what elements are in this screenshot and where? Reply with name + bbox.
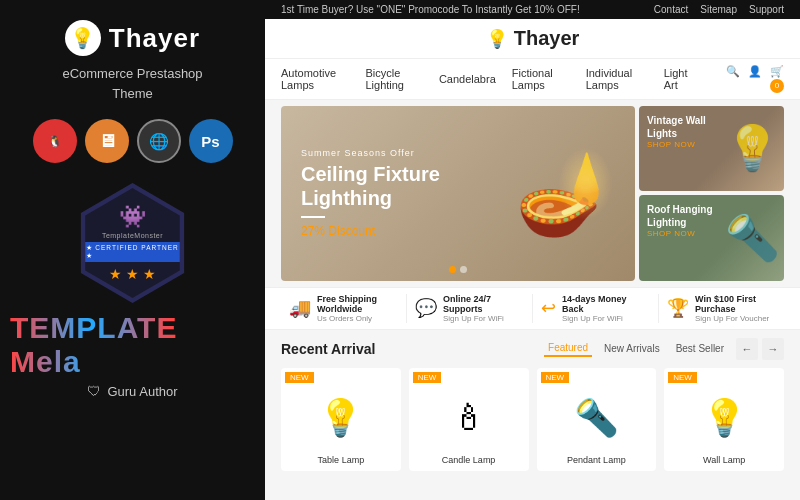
product-2-image: 🕯 [409,383,529,453]
feature-returns-title: 14-days Money Back [562,294,650,314]
side-card-2-text: Roof HangingLighting SHOP NOW [647,203,713,238]
product-3-name: Pendant Lamp [537,453,657,467]
hero-side-card-1[interactable]: 💡 Vintage WallLights SHOP NOW [639,106,784,192]
product-4-name: Wall Lamp [664,453,784,467]
recent-arrivals-header: Recent Arrival Featured New Arrivals Bes… [281,338,784,360]
topbar-support[interactable]: Support [749,4,784,15]
topbar: 1st Time Buyer? Use "ONE" Promocode To I… [265,0,800,19]
sidebar-logo-text: Thayer [109,23,200,54]
header: 💡 Thayer [265,19,800,59]
nav-icons: 🔍 👤 🛒0 [726,65,784,93]
topbar-sitemap[interactable]: Sitemap [700,4,737,15]
product-card-3[interactable]: NEW 🔦 Pendant Lamp [537,368,657,471]
product-3-badge: NEW [541,372,570,383]
hero-section: Summer Seasons Offer Ceiling Fixture Lig… [265,100,800,287]
header-bulb-icon: 💡 [486,28,508,50]
main-content: 1st Time Buyer? Use "ONE" Promocode To I… [265,0,800,500]
tech-icon-screen: 🖥 [85,119,129,163]
nav-item-automotive[interactable]: Automotive Lamps [281,67,349,91]
feature-prize-title: Win $100 First Purchase [695,294,776,314]
feature-prize-sub: Sign Up For Voucher [695,314,776,323]
tab-featured[interactable]: Featured [544,340,592,357]
nav-item-lightart[interactable]: Light Art [664,67,694,91]
support-icon: 💬 [415,297,437,319]
user-icon[interactable]: 👤 [748,65,762,93]
hero-side-card-2[interactable]: 🔦 Roof HangingLighting SHOP NOW [639,195,784,281]
side-card-1-link[interactable]: SHOP NOW [647,140,706,149]
topbar-promo: 1st Time Buyer? Use "ONE" Promocode To I… [281,4,580,15]
product-4-badge: NEW [668,372,697,383]
hero-side-cards: 💡 Vintage WallLights SHOP NOW 🔦 Roof Han… [639,106,784,281]
hero-content: Summer Seasons Offer Ceiling Fixture Lig… [281,132,460,254]
feature-support-title: Online 24/7 Supports [443,294,524,314]
guru-author-label: Guru Author [107,384,177,399]
feature-shipping: 🚚 Free Shipping Worldwide Us Orders Only [281,294,407,323]
sidebar-subtitle: eCommerce PrestashopTheme [62,64,202,103]
nav-item-individual[interactable]: Individual Lamps [586,67,648,91]
product-grid: NEW 💡 Table Lamp NEW 🕯 Candle Lamp NEW 🔦… [281,368,784,471]
tech-icon-joomla: 🌐 [137,119,181,163]
tech-icon-penguin: 🐧 [33,119,77,163]
recent-tabs: Featured New Arrivals Best Seller ← → [544,338,784,360]
hero-dot-2[interactable] [460,266,467,273]
side-card-1-text: Vintage WallLights SHOP NOW [647,114,706,149]
hero-dot-1[interactable] [449,266,456,273]
product-card-2[interactable]: NEW 🕯 Candle Lamp [409,368,529,471]
hero-title-line1: Ceiling Fixture [301,163,440,185]
tab-new-arrivals[interactable]: New Arrivals [600,341,664,356]
recent-arrivals-section: Recent Arrival Featured New Arrivals Bes… [265,330,800,501]
search-icon[interactable]: 🔍 [726,65,740,93]
prev-button[interactable]: ← [736,338,758,360]
hero-dots [449,266,467,273]
product-2-badge: NEW [413,372,442,383]
product-2-name: Candle Lamp [409,453,529,467]
feature-returns: ↩ 14-days Money Back Sign Up For WiFi [533,294,659,323]
returns-icon: ↩ [541,297,556,319]
feature-returns-sub: Sign Up For WiFi [562,314,650,323]
product-1-badge: NEW [285,372,314,383]
logo-bulb-icon: 💡 [65,20,101,56]
cart-count: 0 [770,79,784,93]
nav-item-fictional[interactable]: Fictional Lamps [512,67,570,91]
product-card-4[interactable]: NEW 💡 Wall Lamp [664,368,784,471]
product-3-image: 🔦 [537,383,657,453]
feature-shipping-title: Free Shipping Worldwide [317,294,398,314]
tech-icons-row: 🐧 🖥 🌐 Ps [33,119,233,163]
shipping-icon: 🚚 [289,297,311,319]
nav-item-bicycle[interactable]: Bicycle Lighting [365,67,422,91]
sidebar-logo: 💡 Thayer [65,20,200,56]
side-card-2-title: Roof HangingLighting [647,203,713,229]
header-logo[interactable]: 💡 Thayer [486,27,580,50]
recent-arrivals-title: Recent Arrival [281,341,375,357]
side-card-2-link[interactable]: SHOP NOW [647,229,713,238]
stars-row: ★★★ [109,266,156,282]
hero-lamp-image: 🪔 [515,146,615,240]
topbar-contact[interactable]: Contact [654,4,688,15]
features-bar: 🚚 Free Shipping Worldwide Us Orders Only… [265,287,800,330]
tab-best-seller[interactable]: Best Seller [672,341,728,356]
product-1-image: 💡 [281,383,401,453]
product-4-image: 💡 [664,383,784,453]
prize-icon: 🏆 [667,297,689,319]
certified-partner-banner: ★ CERTIFIED PARTNER ★ [78,242,188,262]
cart-icon[interactable]: 🛒0 [770,65,784,93]
product-card-1[interactable]: NEW 💡 Table Lamp [281,368,401,471]
nav-item-candelabra[interactable]: Candelabra [439,73,496,85]
side-card-2-lamp-icon: 🔦 [725,212,784,264]
monster-face-icon: 👾 [119,204,146,230]
topbar-links: Contact Sitemap Support [654,4,784,15]
product-1-name: Table Lamp [281,453,401,467]
hero-season-label: Summer Seasons Offer [301,148,440,158]
guru-author-row: 🛡 Guru Author [87,383,177,399]
template-monster-label: TemplateMonster [102,232,163,239]
sidebar: 💡 Thayer eCommerce PrestashopTheme 🐧 🖥 🌐… [0,0,265,500]
hero-discount: 27% Discount [301,224,440,238]
hero-title: Ceiling Fixture Lighthing [301,162,440,210]
side-card-1-lamp-icon: 💡 [725,122,784,174]
next-button[interactable]: → [762,338,784,360]
hero-main-banner: Summer Seasons Offer Ceiling Fixture Lig… [281,106,635,281]
shield-icon: 🛡 [87,383,101,399]
recent-nav: ← → [736,338,784,360]
feature-prize: 🏆 Win $100 First Purchase Sign Up For Vo… [659,294,784,323]
hero-divider [301,216,325,218]
